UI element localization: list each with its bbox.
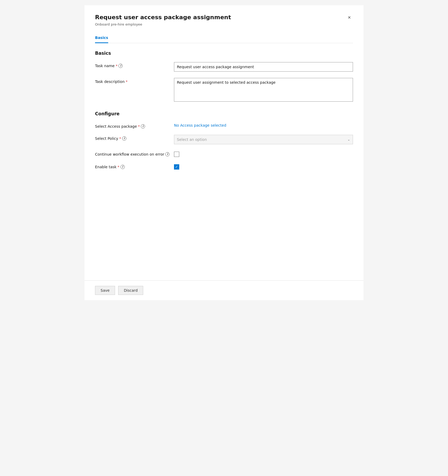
continue-workflow-label: Continue workflow execution on error i [95,151,174,156]
chevron-down-icon: ⌄ [347,138,350,141]
dialog-subtitle: Onboard pre-hire employee [95,22,231,26]
tabs-container: Basics [95,33,353,43]
basics-section: Basics Task name * i Task description * … [95,51,353,109]
select-policy-info-icon[interactable]: i [122,136,126,141]
select-policy-placeholder: Select an option [177,137,207,142]
footer: Save Discard [84,280,364,300]
configure-section-title: Configure [95,111,353,116]
close-button[interactable]: × [346,14,353,21]
select-access-package-label: Select Access package * i [95,123,174,128]
task-name-label: Task name * i [95,62,174,68]
task-description-group: Task description * Request user assignme… [95,78,353,103]
basics-section-title: Basics [95,51,353,56]
select-policy-control: Select an option ⌄ [174,135,353,144]
no-access-package-link[interactable]: No Access package selected [174,123,226,127]
task-name-input[interactable] [174,62,353,72]
task-description-required: * [126,80,128,84]
continue-workflow-control [174,151,353,157]
dialog-header: Request user access package assignment O… [95,14,353,26]
select-access-package-required: * [138,124,140,128]
task-description-input[interactable]: Request user assignment to selected acce… [174,78,353,102]
task-name-control [174,62,353,72]
continue-workflow-info-icon[interactable]: i [165,152,170,156]
enable-task-group: Enable task * i [95,163,353,170]
task-name-info-icon[interactable]: i [118,64,123,68]
dialog-title-section: Request user access package assignment O… [95,14,231,26]
dialog-title: Request user access package assignment [95,14,231,21]
continue-workflow-group: Continue workflow execution on error i [95,151,353,157]
dialog: Request user access package assignment O… [84,5,364,300]
select-policy-required: * [119,136,121,141]
tab-basics[interactable]: Basics [95,33,108,43]
select-access-package-group: Select Access package * i No Access pack… [95,123,353,128]
enable-task-label: Enable task * i [95,163,174,169]
enable-task-info-icon[interactable]: i [121,165,125,169]
enable-task-checkbox[interactable] [174,164,179,170]
task-name-required: * [116,64,117,68]
task-description-control: Request user assignment to selected acce… [174,78,353,103]
continue-workflow-checkbox[interactable] [174,152,179,157]
configure-section: Configure Select Access package * i No A… [95,111,353,176]
task-description-label: Task description * [95,78,174,84]
discard-button[interactable]: Discard [118,286,143,295]
select-access-package-control: No Access package selected [174,123,353,128]
enable-task-control [174,163,353,170]
select-policy-group: Select Policy * i Select an option ⌄ [95,135,353,144]
select-policy-dropdown[interactable]: Select an option ⌄ [174,135,353,144]
enable-task-required: * [118,165,120,169]
task-name-group: Task name * i [95,62,353,72]
save-button[interactable]: Save [95,286,115,295]
select-access-package-info-icon[interactable]: i [141,124,145,128]
select-policy-label: Select Policy * i [95,135,174,141]
